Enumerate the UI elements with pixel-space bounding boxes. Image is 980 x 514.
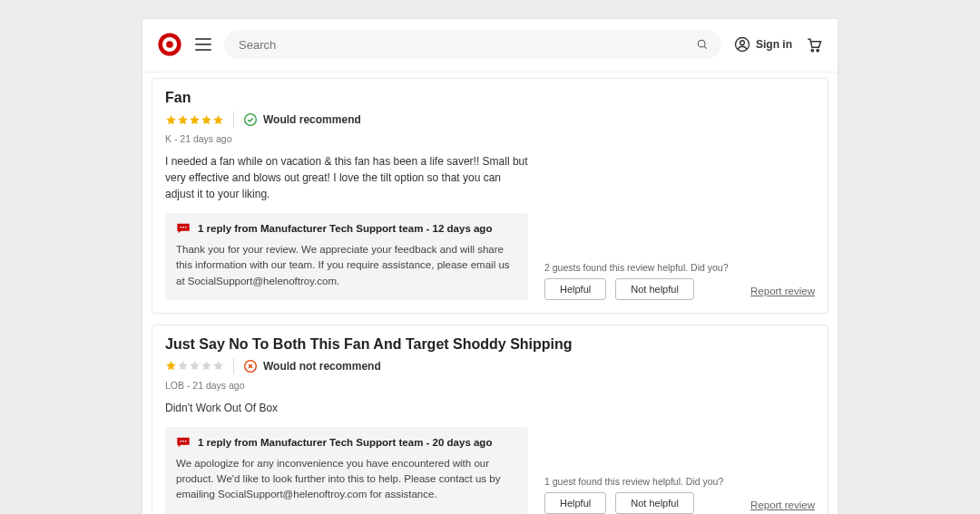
report-review-link[interactable]: Report review: [750, 286, 815, 296]
sign-in-label: Sign in: [756, 38, 792, 51]
x-circle-icon: [243, 359, 258, 373]
recommend-badge: Would recommend: [243, 112, 361, 127]
separator: [233, 112, 234, 128]
brand-logo[interactable]: [157, 32, 182, 57]
review-card: Fan Would recommend K - 21 days ago I ne…: [152, 78, 828, 314]
reply-bubble-icon: [176, 222, 191, 235]
helpful-button[interactable]: Helpful: [544, 492, 606, 514]
star-icon: [165, 114, 177, 126]
not-helpful-button[interactable]: Not helpful: [615, 492, 694, 514]
star-icon: [212, 360, 224, 372]
cart-icon[interactable]: [805, 35, 823, 53]
sign-in-button[interactable]: Sign in: [734, 36, 792, 53]
helpful-prompt: 2 guests found this review helpful. Did …: [544, 262, 729, 273]
reviews-list: Fan Would recommend K - 21 days ago I ne…: [142, 73, 838, 514]
reply-header-text: 1 reply from Manufacturer Tech Support t…: [198, 223, 492, 234]
star-icon: [212, 114, 224, 126]
reply-header-text: 1 reply from Manufacturer Tech Support t…: [198, 437, 492, 448]
manufacturer-reply: 1 reply from Manufacturer Tech Support t…: [165, 427, 528, 514]
reply-body: We apologize for any inconvenience you h…: [176, 456, 517, 503]
svg-point-9: [245, 114, 257, 126]
recommend-label: Would recommend: [263, 113, 361, 126]
rating-row: Would recommend: [165, 112, 815, 128]
star-icon: [201, 114, 212, 126]
svg-point-7: [811, 50, 813, 52]
search-field[interactable]: [224, 30, 721, 59]
svg-line-4: [704, 46, 707, 49]
user-icon: [734, 36, 750, 53]
review-body: I needed a fan while on vacation & this …: [165, 153, 528, 202]
review-body: Didn't Work Out Of Box: [165, 400, 528, 416]
top-header: Sign in: [142, 19, 838, 73]
svg-point-6: [740, 41, 745, 45]
svg-point-15: [182, 441, 184, 442]
check-circle-icon: [243, 112, 258, 127]
recommend-badge: Would not recommend: [243, 359, 381, 373]
review-footer: 1 reply from Manufacturer Tech Support t…: [165, 427, 815, 514]
separator: [233, 358, 234, 374]
review-title: Just Say No To Both This Fan And Target …: [165, 336, 815, 353]
star-icon: [189, 114, 201, 126]
rating-row: Would not recommend: [165, 358, 815, 374]
app-frame: Sign in Fan Would recommend K - 21 days …: [142, 18, 838, 514]
reply-bubble-icon: [176, 436, 191, 449]
svg-point-12: [185, 227, 187, 228]
not-helpful-button[interactable]: Not helpful: [615, 278, 694, 300]
svg-point-16: [185, 441, 187, 442]
star-rating: [165, 360, 224, 372]
menu-icon[interactable]: [195, 38, 211, 51]
star-icon: [189, 360, 201, 372]
report-review-link[interactable]: Report review: [750, 499, 815, 510]
reply-header: 1 reply from Manufacturer Tech Support t…: [176, 222, 517, 235]
star-icon: [177, 114, 189, 126]
svg-point-2: [166, 41, 173, 48]
search-icon[interactable]: [696, 38, 709, 51]
star-icon: [165, 360, 177, 372]
star-icon: [177, 360, 189, 372]
review-title: Fan: [165, 90, 815, 106]
svg-point-8: [817, 50, 818, 52]
svg-point-11: [182, 227, 184, 228]
helpful-button[interactable]: Helpful: [544, 278, 606, 300]
star-rating: [165, 114, 224, 126]
svg-point-10: [180, 227, 181, 228]
helpful-actions: 2 guests found this review helpful. Did …: [544, 262, 734, 300]
review-card: Just Say No To Both This Fan And Target …: [152, 325, 828, 514]
recommend-label: Would not recommend: [263, 360, 381, 373]
review-meta: K - 21 days ago: [165, 133, 815, 144]
helpful-prompt: 1 guest found this review helpful. Did y…: [544, 476, 723, 487]
review-footer: 1 reply from Manufacturer Tech Support t…: [165, 213, 815, 300]
star-icon: [201, 360, 212, 372]
reply-body: Thank you for your review. We appreciate…: [176, 242, 517, 289]
reply-header: 1 reply from Manufacturer Tech Support t…: [176, 436, 517, 449]
search-input[interactable]: [237, 37, 696, 53]
helpful-actions: 1 guest found this review helpful. Did y…: [544, 476, 734, 514]
svg-point-14: [180, 441, 181, 442]
review-meta: LOB - 21 days ago: [165, 380, 815, 391]
manufacturer-reply: 1 reply from Manufacturer Tech Support t…: [165, 213, 528, 300]
svg-point-3: [698, 40, 705, 47]
